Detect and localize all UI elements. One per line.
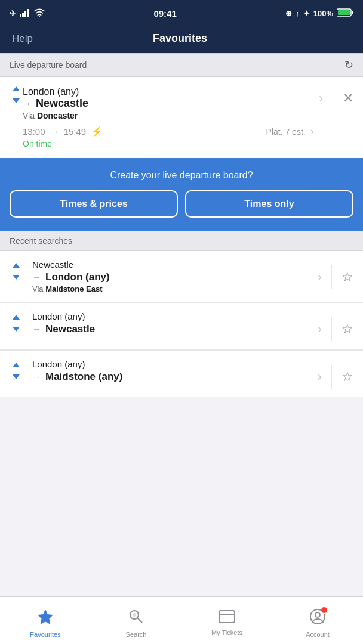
recent-chevron-icon[interactable]: › [318, 321, 322, 337]
depart-time: 13:00 [23, 126, 45, 137]
journey-status: On time [23, 139, 314, 148]
journey-via: Via Doncaster [23, 111, 314, 120]
recent-to: London (any) [45, 271, 110, 283]
svg-marker-13 [13, 327, 20, 332]
account-tab-label: Account [306, 631, 330, 638]
page-title: Favourites [153, 32, 207, 45]
svg-rect-0 [20, 14, 21, 17]
search-tab-label: Search [126, 631, 147, 638]
journey-to: Newcastle [36, 97, 88, 110]
journey-chevron-icon[interactable]: › [319, 91, 323, 106]
recent-journey-details: Newcastle → London (any) Via Maidstone E… [32, 259, 313, 293]
tab-account[interactable]: Account [272, 597, 363, 644]
signal-icon [20, 8, 30, 18]
location-icon: ⊕ [285, 9, 292, 18]
live-departure-header: Live departure board ↻ [0, 53, 363, 77]
svg-rect-6 [338, 10, 350, 15]
sort-icon [10, 315, 23, 332]
status-bar: ✈ 09:41 ⊕ ↑ ✦ 100% [0, 0, 363, 26]
svg-rect-2 [24, 11, 26, 17]
journey-details: London (any) → Newcastle Via Doncaster 1… [23, 86, 314, 148]
help-button[interactable]: Help [12, 33, 33, 45]
list-item: Newcastle → London (any) Via Maidstone E… [0, 251, 363, 302]
recent-searches-label: Recent searches [10, 236, 72, 246]
recent-from: Newcastle [32, 259, 73, 270]
recent-item-actions: › ☆ [318, 265, 353, 289]
platform-chevron-icon: › [310, 125, 314, 138]
recent-journey-details: London (any) → Maidstone (any) [32, 359, 313, 383]
nav-bar: Help Favourites [0, 26, 363, 53]
recent-via: Via Maidstone East [32, 284, 313, 293]
svg-rect-20 [219, 611, 235, 623]
tab-my-tickets[interactable]: My Tickets [182, 597, 272, 644]
tickets-tab-icon [219, 610, 235, 627]
recent-direction-icon: → [32, 273, 41, 282]
recent-to: Newcastle [45, 323, 95, 335]
list-item: London (any) → Newcastle › ☆ [0, 303, 363, 350]
favourite-journey-card: London (any) → Newcastle Via Doncaster 1… [0, 77, 363, 158]
svg-marker-15 [13, 374, 20, 379]
journey-times: 13:00 → 15:49 ⚡ Plat. 7 est. › [23, 125, 314, 138]
airplane-icon: ✈ [10, 9, 16, 18]
wifi-icon [34, 8, 45, 18]
recent-chevron-icon[interactable]: › [318, 270, 322, 285]
recent-chevron-icon[interactable]: › [318, 369, 322, 385]
favourite-star-button[interactable]: ☆ [342, 369, 353, 385]
favourite-star-button[interactable]: ☆ [342, 270, 353, 285]
account-badge [321, 606, 328, 614]
bluetooth-icon: ✦ [303, 9, 310, 18]
battery-text: 100% [313, 9, 333, 18]
time-arrow-icon: → [50, 126, 59, 137]
create-board-popup: Create your live departure board? Times … [0, 158, 363, 231]
recent-to: Maidstone (any) [45, 371, 122, 383]
tab-favourites[interactable]: Favourites [0, 597, 91, 644]
recent-item-actions: › ☆ [318, 365, 353, 389]
svg-marker-11 [13, 275, 20, 280]
platform-info: Plat. 7 est. [266, 127, 306, 137]
svg-marker-16 [38, 610, 53, 624]
times-only-button[interactable]: Times only [185, 190, 353, 218]
tab-bar: Favourites Search My Tickets [0, 596, 363, 644]
svg-marker-9 [13, 98, 20, 103]
arrow-up-icon: ↑ [296, 9, 300, 18]
status-time: 09:41 [153, 8, 176, 18]
refresh-icon[interactable]: ↻ [344, 58, 353, 72]
lightning-icon: ⚡ [91, 126, 103, 137]
search-tab-icon [128, 608, 144, 628]
tickets-tab-label: My Tickets [211, 629, 242, 636]
svg-rect-1 [22, 13, 24, 17]
svg-point-4 [39, 16, 40, 17]
recent-direction-icon: → [32, 372, 41, 382]
recent-direction-icon: → [32, 324, 41, 334]
svg-marker-8 [13, 86, 20, 91]
svg-rect-7 [352, 11, 353, 14]
account-tab-icon [309, 608, 326, 628]
times-prices-button[interactable]: Times & prices [10, 190, 178, 218]
journey-from: London (any) [23, 86, 79, 97]
favourites-tab-icon [37, 608, 54, 628]
recent-searches-list: Newcastle → London (any) Via Maidstone E… [0, 251, 363, 397]
svg-marker-14 [13, 363, 20, 367]
svg-point-23 [315, 612, 320, 617]
live-departure-label: Live departure board [10, 60, 87, 70]
journey-actions: › ✕ [319, 86, 353, 110]
sort-icon [10, 363, 23, 379]
journey-direction-icon: → [23, 99, 31, 109]
sort-icon [10, 86, 23, 103]
svg-marker-10 [13, 263, 20, 268]
recent-from: London (any) [32, 359, 85, 369]
svg-rect-3 [27, 9, 29, 17]
sort-icon [10, 263, 23, 280]
svg-line-18 [138, 618, 143, 623]
recent-from: London (any) [32, 311, 85, 321]
list-item: London (any) → Maidstone (any) › ☆ [0, 351, 363, 397]
recent-searches-header: Recent searches [0, 231, 363, 251]
favourite-star-button[interactable]: ☆ [342, 321, 353, 337]
popup-title: Create your live departure board? [10, 170, 353, 181]
remove-favourite-button[interactable]: ✕ [343, 91, 353, 106]
favourites-tab-label: Favourites [30, 631, 60, 638]
popup-buttons: Times & prices Times only [10, 190, 353, 218]
tab-search[interactable]: Search [91, 597, 182, 644]
svg-point-19 [133, 613, 136, 617]
arrive-time: 15:49 [64, 126, 87, 137]
